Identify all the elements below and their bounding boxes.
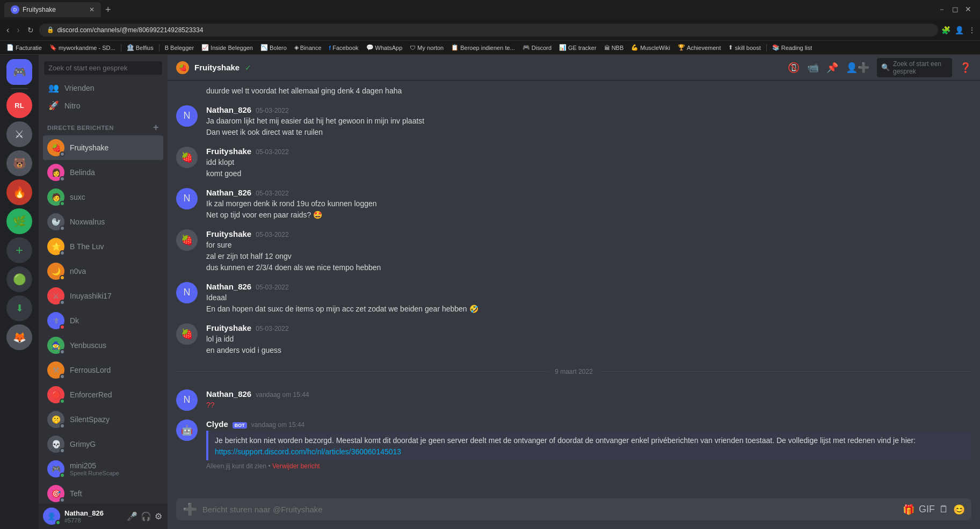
- bookmark-belfius[interactable]: 🏦Belfius: [124, 43, 157, 52]
- dm-name-enforcerred: EnforcerRed: [70, 390, 112, 399]
- browser-menu-icon[interactable]: ⋮: [968, 26, 976, 34]
- add-friend-icon[interactable]: 👤➕: [846, 62, 869, 74]
- server-3[interactable]: ⚔: [6, 121, 32, 147]
- sticker-icon[interactable]: 🗒: [939, 504, 949, 515]
- dm-item-silentspazy[interactable]: 🤫 SilentSpazy: [43, 407, 163, 432]
- server-rl[interactable]: RL: [6, 92, 32, 118]
- dm-item-btheluv[interactable]: ⭐ B The Luv: [43, 234, 163, 259]
- server-6[interactable]: 🌿: [6, 208, 32, 234]
- bookmark-ge-tracker[interactable]: 📊GE tracker: [556, 43, 600, 52]
- gif-icon[interactable]: GIF: [919, 504, 935, 515]
- dm-item-enforcerred[interactable]: 🔴 EnforcerRed: [43, 382, 163, 407]
- tab-close-icon[interactable]: ✕: [89, 6, 95, 13]
- header-search[interactable]: 🔍 Zoek of start een gesprek: [877, 58, 952, 77]
- dm-item-teft[interactable]: 🎯 Teft: [43, 481, 163, 503]
- emoji-icon[interactable]: 😊: [953, 504, 965, 516]
- friends-item[interactable]: 👥 Vrienden: [43, 79, 163, 97]
- dm-item-grimyg[interactable]: 💀 GrimyG: [43, 432, 163, 456]
- bookmark-musclewiki[interactable]: 💪MuscleWiki: [628, 43, 673, 52]
- bookmark-beroep[interactable]: 📋Beroep indienen te...: [448, 43, 518, 52]
- bookmark-binance[interactable]: ◈Binance: [291, 43, 325, 52]
- bookmark-facturatie[interactable]: 📄Facturatie: [3, 43, 45, 52]
- message-group-3: N Nathan_826 05-03-2022 Ik zal morgen de…: [168, 185, 980, 224]
- forward-button[interactable]: ›: [14, 23, 21, 37]
- message-content-7: Nathan_826 vandaag om 15:44 ??: [206, 389, 971, 411]
- dm-item-mini205[interactable]: 🎮 mini205 Speelt RuneScape: [43, 456, 163, 481]
- search-input[interactable]: [48, 64, 158, 72]
- deafen-button[interactable]: 🎧: [140, 510, 153, 523]
- message-header-2: Fruityshake 05-03-2022: [206, 147, 971, 156]
- mute-call-icon[interactable]: 📵: [788, 62, 800, 74]
- server-4[interactable]: 🐻: [6, 150, 32, 176]
- message-text-4c: dus kunnen er 2/3/4 doen als we nice tem…: [206, 262, 971, 273]
- back-button[interactable]: ‹: [4, 23, 11, 37]
- message-group-6: 🍓 Fruityshake 05-03-2022 lol ja idd en a…: [168, 320, 980, 359]
- bookmark-mynorton[interactable]: 🛡My norton: [406, 44, 447, 52]
- video-call-icon[interactable]: 📹: [807, 62, 819, 74]
- close-button[interactable]: ✕: [965, 5, 971, 15]
- server-8[interactable]: ⬇: [6, 295, 32, 321]
- help-icon[interactable]: ❓: [960, 62, 971, 74]
- bookmark-inside-beleggen[interactable]: 📈Inside Beleggen: [198, 43, 256, 52]
- dm-item-ferrouslord[interactable]: ⚒ FerrousLord: [43, 358, 163, 382]
- avatar-nathan-1: N: [176, 105, 198, 127]
- add-dm-button[interactable]: +: [153, 122, 159, 133]
- mute-button[interactable]: 🎤: [126, 510, 139, 523]
- reload-button[interactable]: ↻: [25, 24, 36, 37]
- search-wrapper[interactable]: [44, 61, 162, 75]
- avatar-fruity-3: 🍓: [176, 323, 198, 345]
- gift-icon[interactable]: 🎁: [903, 504, 914, 516]
- avatar-inuyashiki17: ⚔: [47, 287, 64, 305]
- dm-item-dk[interactable]: 🗡 Dk: [43, 308, 163, 333]
- clyde-link[interactable]: https://support.discord.com/hc/nl/articl…: [215, 447, 965, 456]
- bookmark-belegger[interactable]: BBelegger: [162, 44, 197, 52]
- bookmark-achievement[interactable]: 🏆Achievement: [674, 43, 724, 52]
- dm-item-noxwalrus[interactable]: 🦭 Noxwalrus: [43, 209, 163, 234]
- bookmark-skill-boost[interactable]: ⬆skill boost: [725, 43, 764, 52]
- message-author-1: Nathan_826: [206, 105, 251, 114]
- profile-icon[interactable]: 👤: [955, 26, 964, 34]
- avatar-yenbuscus: 🧙: [47, 337, 64, 354]
- bookmark-discord[interactable]: 🎮Discord: [519, 43, 555, 52]
- bookmark-nbb[interactable]: 🏛NBB: [601, 44, 627, 52]
- address-field[interactable]: 🔒 discord.com/channels/@me/8069922149285…: [39, 24, 938, 37]
- nitro-item[interactable]: 🚀 Nitro: [43, 97, 163, 114]
- settings-button[interactable]: ⚙: [154, 510, 163, 523]
- dm-item-inuyashiki17[interactable]: ⚔ Inuyashiki17: [43, 284, 163, 308]
- message-group-2: 🍓 Fruityshake 05-03-2022 idd klopt komt …: [168, 143, 980, 183]
- server-home[interactable]: 🎮: [6, 59, 32, 85]
- dm-item-yenbuscus[interactable]: 🧙 Yenbuscus: [43, 333, 163, 358]
- dm-item-fruityshake[interactable]: 🍓 Fruityshake: [43, 135, 163, 160]
- user-panel-name: Nathan_826: [64, 509, 121, 517]
- bookmark-facebook[interactable]: fFacebook: [326, 44, 362, 52]
- bookmark-whatsapp[interactable]: 💬WhatsApp: [363, 43, 406, 52]
- browser-tab-active[interactable]: D Fruityshake ✕: [4, 2, 101, 17]
- nitro-icon: 🚀: [48, 100, 59, 111]
- message-timestamp-2: 05-03-2022: [256, 148, 288, 156]
- server-5[interactable]: 🔥: [6, 179, 32, 205]
- dm-item-n0va[interactable]: 🌙 n0va: [43, 259, 163, 284]
- pin-icon[interactable]: 📌: [826, 62, 838, 74]
- message-text-3b: Net op tijd voor een paar raids? 🤩: [206, 209, 971, 221]
- minimize-button[interactable]: －: [938, 5, 946, 15]
- restore-button[interactable]: ◻: [952, 5, 959, 15]
- address-text: discord.com/channels/@me/806992214928523…: [57, 26, 204, 34]
- new-tab-button[interactable]: +: [103, 2, 113, 18]
- bookmark-myworkandme[interactable]: 🔖myworkandme - SD...: [46, 43, 119, 52]
- date-separator: 9 maart 2022: [168, 359, 980, 384]
- add-content-button[interactable]: ➕: [183, 503, 197, 517]
- dm-sub-mini205: Speelt RuneScape: [70, 470, 119, 476]
- extensions-icon[interactable]: 🧩: [941, 26, 950, 34]
- server-7[interactable]: 🟢: [6, 266, 32, 292]
- server-9[interactable]: 🦊: [6, 324, 32, 350]
- dm-item-suxc[interactable]: 🧑 suxc: [43, 185, 163, 209]
- dm-item-belinda[interactable]: 👩 Belinda: [43, 160, 163, 185]
- add-server-button[interactable]: +: [6, 237, 32, 263]
- message-content-6: Fruityshake 05-03-2022 lol ja idd en and…: [206, 323, 971, 356]
- bookmark-bolero[interactable]: 📉Bolero: [257, 43, 290, 52]
- message-content-1: Nathan_826 05-03-2022 Ja daarom lijkt he…: [206, 105, 971, 138]
- dm-name-mini205: mini205: [70, 461, 119, 470]
- delete-message-link[interactable]: Verwijder bericht: [272, 462, 320, 470]
- message-input[interactable]: [202, 498, 897, 520]
- bookmark-reading-list[interactable]: 📚Reading list: [769, 43, 815, 52]
